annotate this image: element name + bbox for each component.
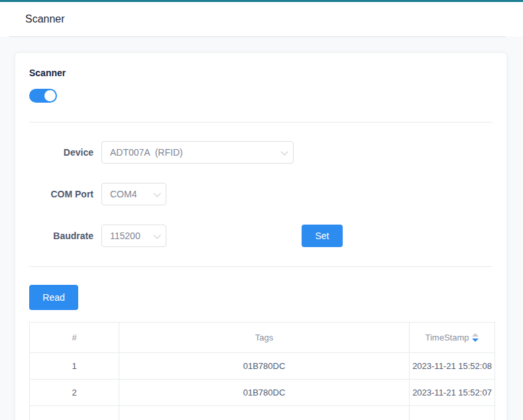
tags-table: # Tags TimeStamp 1 01B780DC 2023-11-21 1… [29,322,495,420]
device-select-value: ADT007A (RFID) [110,147,183,158]
column-header-timestamp[interactable]: TimeStamp [410,323,495,353]
cell-index: 2 [30,380,119,406]
page-title: Scanner [25,13,65,25]
table-row: 2 01B780DC 2023-11-21 15:52:07 [30,380,495,406]
com-port-row: COM Port COM4 [29,183,493,205]
cell-timestamp [410,406,495,420]
scanner-toggle-switch[interactable] [29,89,57,103]
cell-tag: 01B780DC [119,380,410,406]
device-label: Device [29,147,93,158]
chevron-down-icon [280,148,288,155]
scanner-settings-form: Device ADT007A (RFID) COM Port COM4 Baud… [29,141,493,247]
panel-divider-bottom [29,266,493,267]
sort-ascending-icon[interactable] [472,333,479,337]
sort-caret-icon[interactable] [472,333,479,342]
baudrate-label: Baudrate [29,231,93,241]
baudrate-row: Baudrate 115200 Set [29,225,493,247]
cell-timestamp: 2023-11-21 15:52:07 [410,380,495,406]
cell-tag [119,406,410,420]
column-header-tags: Tags [119,323,410,353]
cell-tag: 01B780DC [119,353,410,380]
header-divider [9,36,506,37]
device-row: Device ADT007A (RFID) [29,141,493,164]
table-row: 1 01B780DC 2023-11-21 15:52:08 [30,353,495,380]
cell-timestamp: 2023-11-21 15:52:08 [410,353,495,380]
com-port-label: COM Port [29,189,93,199]
baudrate-select-value: 115200 [110,231,141,241]
page-header: Scanner [0,2,523,36]
read-button[interactable]: Read [29,285,78,310]
column-header-index: # [30,323,119,353]
chevron-down-icon [153,189,160,197]
set-button[interactable]: Set [302,225,343,247]
column-header-timestamp-label: TimeStamp [426,333,469,342]
com-port-select-value: COM4 [110,189,137,199]
cell-index: 1 [30,353,119,380]
chevron-down-icon [153,231,160,238]
toggle-knob [44,90,56,101]
table-row [30,406,495,420]
scanner-section-label: Scanner [29,68,493,78]
scanner-panel: Scanner Device ADT007A (RFID) COM Port C… [15,52,507,420]
cell-index [30,406,119,420]
baudrate-select[interactable]: 115200 [101,225,166,247]
com-port-select[interactable]: COM4 [101,183,166,205]
panel-divider-top [29,122,493,123]
table-header-row: # Tags TimeStamp [30,323,495,353]
device-select[interactable]: ADT007A (RFID) [101,141,294,164]
sort-descending-icon[interactable] [472,339,479,342]
